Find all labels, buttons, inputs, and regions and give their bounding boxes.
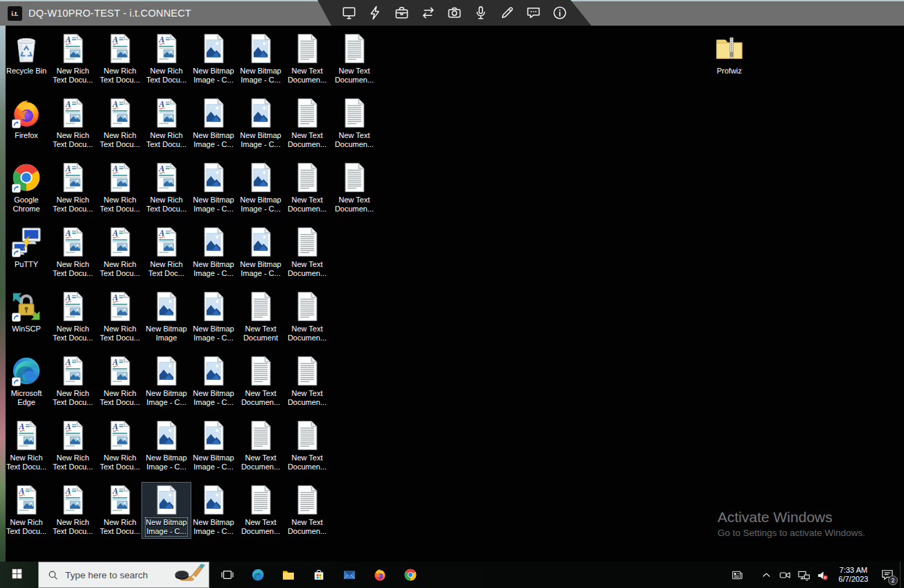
desktop-icon-chrome[interactable]: Google Chrome xyxy=(2,160,51,216)
search-box[interactable] xyxy=(38,562,209,588)
pencil-icon[interactable] xyxy=(499,5,515,21)
chat-icon[interactable] xyxy=(525,5,541,21)
taskbar-file-explorer-button[interactable] xyxy=(273,562,304,588)
desktop-icon-rich-text[interactable]: ANew Rich Text Docu... xyxy=(142,160,191,216)
text-document-icon xyxy=(245,291,277,322)
camera-icon[interactable] xyxy=(446,5,462,21)
desktop-icon-rich-text[interactable]: ANew Rich Text Docu... xyxy=(96,96,144,151)
info-icon[interactable] xyxy=(552,5,568,21)
briefcase-icon[interactable] xyxy=(394,5,410,21)
desktop-icon-text-document[interactable]: New Text Documen... xyxy=(236,354,285,409)
desktop-icon-rich-text[interactable]: ANew Rich Text Docu... xyxy=(96,225,144,280)
desktop-icon-bitmap-image[interactable]: New Bitmap Image - C... xyxy=(189,483,238,538)
desktop-icon-bitmap-image[interactable]: New Bitmap Image - C... xyxy=(189,31,238,87)
taskbar-edge-button[interactable] xyxy=(243,562,273,588)
tray-network-button[interactable] xyxy=(794,562,813,588)
desktop-icon-text-document[interactable]: New Text Documen... xyxy=(283,31,331,87)
desktop-icon-rich-text[interactable]: ANew Rich Text Docu... xyxy=(96,289,144,345)
desktop-icon-firefox[interactable]: Firefox xyxy=(2,96,51,142)
desktop-icon-bitmap-image[interactable]: New Bitmap Image - C... xyxy=(189,225,238,280)
desktop-icon-rich-text[interactable]: ANew Rich Text Docu... xyxy=(142,31,191,87)
desktop-icon-text-document[interactable]: New Text Documen... xyxy=(330,31,379,87)
desktop-icon-rich-text[interactable]: ANew Rich Text Docu... xyxy=(49,418,97,474)
microphone-icon[interactable] xyxy=(473,5,489,21)
desktop-icon-rich-text[interactable]: ANew Rich Text Docu... xyxy=(142,96,191,151)
desktop-icon-rich-text[interactable]: ANew Rich Text Docu... xyxy=(49,160,97,216)
taskbar-chrome-button[interactable] xyxy=(395,562,426,588)
desktop-icon-rich-text[interactable]: ANew Rich Text Docu... xyxy=(96,418,144,474)
start-button[interactable] xyxy=(0,562,33,588)
lightning-icon[interactable] xyxy=(367,5,383,21)
desktop-icon-bitmap-image[interactable]: New Bitmap Image - C... xyxy=(236,96,285,151)
desktop-icon-bitmap-image[interactable]: New Bitmap Image - C... xyxy=(189,354,238,409)
monitor-icon[interactable] xyxy=(341,5,357,21)
desktop-icon-rich-text[interactable]: ANew Rich Text Docu... xyxy=(96,483,144,538)
desktop-icon-putty[interactable]: PuTTY xyxy=(2,225,51,271)
desktop-icon-bitmap-image[interactable]: New Bitmap Image - C... xyxy=(142,483,191,538)
desktop-icon-winscp[interactable]: WinSCP xyxy=(2,289,51,336)
desktop-icon-text-document[interactable]: New Text Documen... xyxy=(330,160,379,216)
desktop-icon-rich-text[interactable]: ANew Rich Text Docu... xyxy=(49,96,97,151)
tray-news-button[interactable] xyxy=(726,562,749,588)
desktop-icon-text-document[interactable]: New Text Documen... xyxy=(236,483,285,538)
desktop-icon-rich-text[interactable]: ANew Rich Text Docu... xyxy=(96,31,144,87)
desktop-icon-bitmap-image[interactable]: New Bitmap Image - C... xyxy=(142,418,191,474)
desktop-icon-label: New Rich Text Docu... xyxy=(53,389,93,407)
desktop-icon-bitmap-image[interactable]: New Bitmap Image - C... xyxy=(236,31,285,87)
desktop-icon-rich-text[interactable]: ANew Rich Text Docu... xyxy=(49,483,97,538)
desktop-icon-rich-text[interactable]: ANew Rich Text Docu... xyxy=(49,354,97,409)
desktop-icon-text-document[interactable]: New Text Document xyxy=(236,289,285,345)
desktop-icon-rich-text[interactable]: ANew Rich Text Docu... xyxy=(49,31,97,87)
taskbar-firefox-button[interactable] xyxy=(365,562,395,588)
search-highlight-hockey-icon[interactable] xyxy=(172,564,208,587)
taskbar-store-button[interactable] xyxy=(304,562,334,588)
desktop-icon-bitmap-image[interactable]: New Bitmap Image - C... xyxy=(189,160,238,216)
shortcut-arrow-icon xyxy=(12,248,21,257)
desktop-icon-edge[interactable]: Microsoft Edge xyxy=(2,354,51,409)
desktop-icon-rich-text[interactable]: ANew Rich Text Docu... xyxy=(96,160,144,216)
action-center-button[interactable]: 2 xyxy=(875,562,900,588)
transfer-arrows-icon[interactable] xyxy=(420,5,436,21)
taskbar-mail-button[interactable] xyxy=(334,562,365,588)
desktop[interactable]: Recycle BinANew Rich Text Docu...ANew Ri… xyxy=(0,26,904,562)
desktop-icon-label: WinSCP xyxy=(12,325,41,334)
tray-meet-now-button[interactable] xyxy=(776,562,794,588)
desktop-icon-label: New Rich Text Docu... xyxy=(100,389,140,407)
bitmap-image-icon xyxy=(150,355,182,387)
desktop-icon-bitmap-image[interactable]: New Bitmap Image - C... xyxy=(189,289,238,345)
desktop-icon-label: New Text Documen... xyxy=(288,453,327,472)
desktop-icon-rich-text[interactable]: ANew Rich Text Docu... xyxy=(49,225,97,280)
desktop-icon-recycle-bin[interactable]: Recycle Bin xyxy=(2,31,51,78)
desktop-icon-bitmap-image[interactable]: New Bitmap Image - C... xyxy=(189,418,238,474)
desktop-icon-text-document[interactable]: New Text Documen... xyxy=(283,289,331,345)
desktop-icon-text-document[interactable]: New Text Documen... xyxy=(330,96,379,151)
desktop-icon-rich-text[interactable]: ANew Rich Text Docu... xyxy=(2,483,51,538)
search-input[interactable] xyxy=(65,570,172,580)
desktop-icon-bitmap-image[interactable]: New Bitmap Image - C... xyxy=(236,160,285,216)
tray-chevron-up-button[interactable] xyxy=(757,562,776,588)
connection-toolbar xyxy=(315,0,593,26)
desktop-icon-text-document[interactable]: New Text Documen... xyxy=(283,96,331,151)
desktop-icon-text-document[interactable]: New Text Documen... xyxy=(283,160,331,216)
desktop-icon-rich-text[interactable]: ANew Rich Text Docu... xyxy=(49,289,97,345)
desktop-icon-rich-text[interactable]: ANew Rich Text Doc... xyxy=(142,225,191,280)
desktop-icon-zip-folder[interactable]: Profwiz xyxy=(705,31,754,78)
desktop-icon-text-document[interactable]: New Text Documen... xyxy=(283,483,331,538)
desktop-icon-rich-text[interactable]: ANew Rich Text Docu... xyxy=(96,354,144,409)
desktop-icon-label: New Bitmap Image - C... xyxy=(146,453,186,472)
desktop-icon-text-document[interactable]: New Text Documen... xyxy=(236,418,285,474)
desktop-icon-text-document[interactable]: New Text Documen... xyxy=(283,225,331,280)
svg-text:A: A xyxy=(18,487,24,495)
tray-volume-muted-button[interactable] xyxy=(813,562,832,588)
desktop-icon-bitmap-image[interactable]: New Bitmap Image - C... xyxy=(236,225,285,280)
clock[interactable]: 7:33 AM 6/7/2023 xyxy=(832,566,875,584)
desktop-icon-bitmap-image[interactable]: New Bitmap Image - C... xyxy=(142,354,191,409)
desktop-icon-text-document[interactable]: New Text Documen... xyxy=(283,354,331,409)
desktop-icon-bitmap-image[interactable]: New Bitmap Image xyxy=(142,289,191,345)
desktop-icon-text-document[interactable]: New Text Documen... xyxy=(283,418,331,474)
show-desktop-button[interactable] xyxy=(900,562,904,588)
rich-text-icon: A xyxy=(104,420,136,451)
desktop-icon-bitmap-image[interactable]: New Bitmap Image - C... xyxy=(189,96,238,151)
desktop-icon-rich-text[interactable]: ANew Rich Text Docu... xyxy=(2,418,51,474)
taskbar-task-view-button[interactable] xyxy=(212,562,243,588)
